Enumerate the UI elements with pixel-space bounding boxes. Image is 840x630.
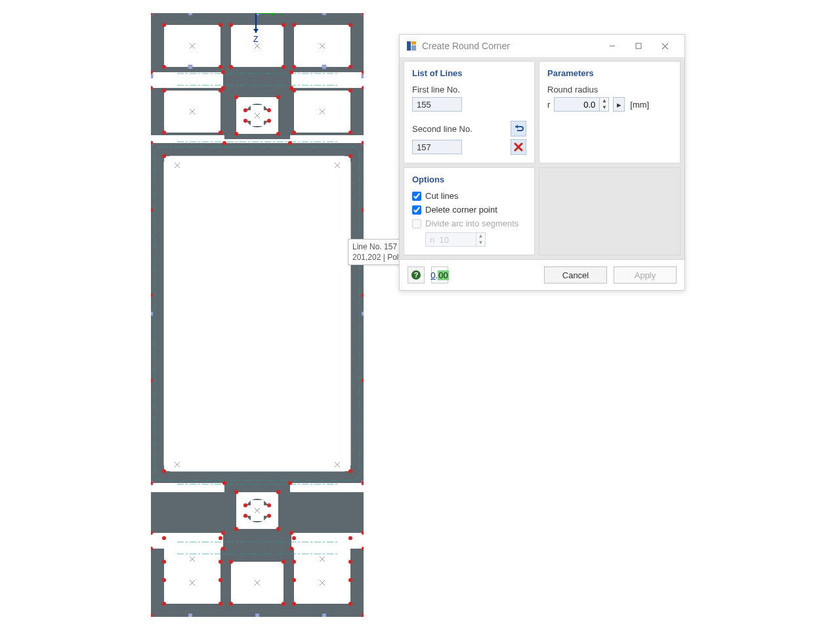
svg-point-107 <box>276 490 280 494</box>
apply-button[interactable]: Apply <box>614 266 677 284</box>
delete-corner-checkbox[interactable] <box>412 205 421 215</box>
cad-drawing-canvas[interactable]: .prof { fill:#5e686f; } .dash { fill:non… <box>151 13 364 617</box>
close-button[interactable] <box>652 37 678 54</box>
dialog-footer: ? 0.00 Cancel Apply <box>400 259 684 290</box>
cancel-button[interactable]: Cancel <box>544 266 607 284</box>
svg-point-93 <box>267 119 271 123</box>
svg-point-98 <box>162 154 166 158</box>
svg-point-63 <box>348 23 352 27</box>
second-line-label: Second line No. <box>412 124 472 134</box>
svg-point-83 <box>219 131 222 135</box>
svg-point-95 <box>222 141 226 145</box>
svg-point-62 <box>292 23 296 27</box>
svg-point-96 <box>288 141 292 145</box>
clear-line-button[interactable] <box>511 139 526 155</box>
cut-lines-label: Cut lines <box>425 191 459 201</box>
delete-corner-checkbox-row[interactable]: Delete corner point <box>412 205 526 215</box>
svg-rect-54 <box>255 614 259 617</box>
first-line-input[interactable] <box>412 97 462 112</box>
radius-spinner[interactable]: ▲ ▼ <box>554 97 609 112</box>
radius-unit: [mm] <box>630 100 649 110</box>
svg-point-120 <box>289 547 293 551</box>
svg-rect-50 <box>362 312 364 316</box>
svg-point-136 <box>162 602 166 606</box>
svg-point-101 <box>348 469 352 473</box>
precision-button[interactable]: 0.00 <box>431 266 448 284</box>
svg-text:?: ? <box>414 271 419 279</box>
svg-point-61 <box>282 23 285 27</box>
svg-rect-49 <box>151 312 153 316</box>
svg-point-82 <box>162 131 166 135</box>
svg-rect-13 <box>290 135 364 144</box>
help-button[interactable]: ? <box>408 266 425 284</box>
svg-rect-46 <box>362 74 364 78</box>
svg-point-141 <box>348 602 352 606</box>
svg-marker-193 <box>515 125 518 129</box>
radius-more-button[interactable]: ▸ <box>613 97 625 112</box>
svg-rect-45 <box>151 74 153 78</box>
svg-point-67 <box>282 65 285 69</box>
cut-lines-checkbox[interactable] <box>412 192 421 201</box>
svg-point-137 <box>219 602 222 606</box>
svg-point-92 <box>243 119 247 123</box>
list-of-lines-heading: List of Lines <box>412 68 526 78</box>
svg-point-85 <box>348 131 352 135</box>
svg-point-129 <box>348 578 352 582</box>
svg-rect-186 <box>407 41 411 51</box>
svg-point-122 <box>162 536 166 540</box>
svg-point-90 <box>243 108 247 112</box>
svg-point-87 <box>276 95 280 99</box>
svg-point-139 <box>282 602 285 606</box>
blank-panel <box>539 167 681 255</box>
svg-rect-41 <box>322 13 326 15</box>
svg-point-140 <box>292 602 296 606</box>
svg-point-86 <box>234 95 238 99</box>
round-radius-label: Round radius <box>547 85 672 94</box>
svg-rect-44 <box>322 65 326 69</box>
svg-point-138 <box>229 602 233 606</box>
svg-point-60 <box>229 23 233 27</box>
svg-point-100 <box>162 469 166 473</box>
first-line-label: First line No. <box>412 85 526 94</box>
svg-rect-26 <box>151 533 223 549</box>
svg-point-128 <box>292 578 296 582</box>
parameters-heading: Parameters <box>547 68 672 78</box>
svg-rect-12 <box>151 135 224 144</box>
svg-point-112 <box>243 514 247 518</box>
radius-input[interactable] <box>555 98 599 111</box>
cut-lines-checkbox-row[interactable]: Cut lines <box>412 191 526 201</box>
axis-y-label: Y <box>278 13 284 18</box>
svg-rect-15 <box>164 156 350 471</box>
svg-point-124 <box>292 536 296 540</box>
svg-point-71 <box>221 70 225 74</box>
svg-rect-27 <box>291 533 364 549</box>
segments-input <box>426 233 476 246</box>
svg-point-104 <box>288 481 292 485</box>
svg-point-89 <box>276 132 280 136</box>
radius-spin-down[interactable]: ▼ <box>600 104 608 111</box>
svg-point-58 <box>162 23 166 27</box>
minimize-button[interactable] <box>599 37 625 54</box>
maximize-button[interactable] <box>625 37 652 54</box>
dialog-titlebar[interactable]: Create Round Corner <box>400 35 684 57</box>
parameters-panel: Parameters Round radius r ▲ ▼ ▸ [mm] <box>539 61 681 163</box>
svg-point-99 <box>348 154 352 158</box>
second-line-input[interactable] <box>412 140 462 154</box>
svg-point-79 <box>219 89 222 93</box>
svg-point-123 <box>219 536 222 540</box>
svg-point-65 <box>219 65 222 69</box>
svg-point-113 <box>267 514 271 518</box>
options-panel: Options Cut lines Delete corner point Di… <box>404 167 535 255</box>
divide-arc-label: Divide arc into segments <box>425 219 518 228</box>
radius-spin-up[interactable]: ▲ <box>600 98 608 104</box>
svg-point-64 <box>162 65 166 69</box>
segments-spin-down: ▼ <box>476 240 485 246</box>
divide-arc-checkbox-row: Divide arc into segments <box>412 219 526 228</box>
svg-point-81 <box>348 89 352 93</box>
svg-point-80 <box>292 89 296 93</box>
svg-point-69 <box>348 65 352 69</box>
svg-point-84 <box>292 131 296 135</box>
swap-lines-button[interactable] <box>511 121 526 136</box>
svg-rect-43 <box>188 65 192 69</box>
svg-point-106 <box>234 490 238 494</box>
